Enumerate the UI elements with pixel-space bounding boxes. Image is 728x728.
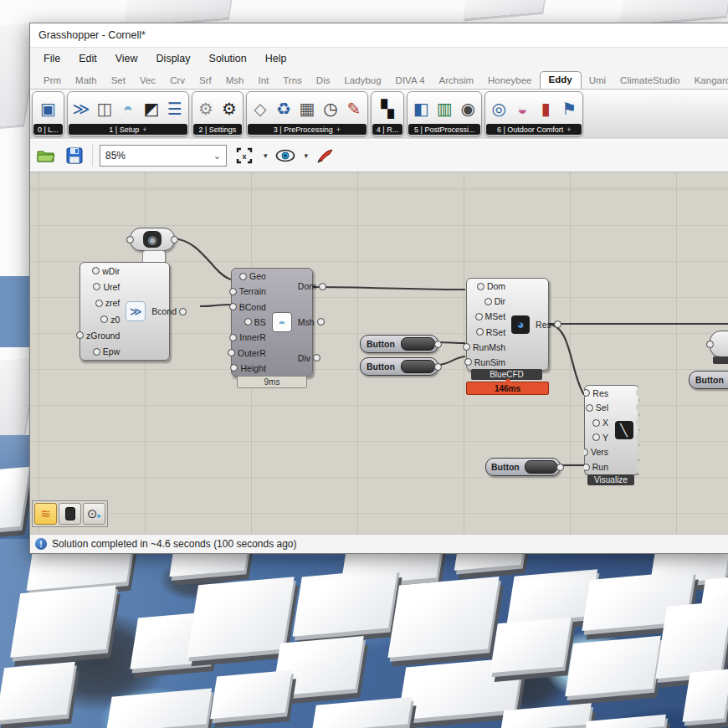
gear-dark-icon[interactable]: ⚙ bbox=[218, 97, 240, 120]
input-port[interactable] bbox=[100, 315, 108, 323]
tab-set[interactable]: Set bbox=[105, 73, 132, 89]
input-port[interactable] bbox=[484, 298, 492, 305]
run-visualize-button[interactable]: Button bbox=[485, 458, 561, 476]
ribbon-group-label[interactable]: 3 | PreProcessing+ bbox=[248, 124, 367, 135]
geometry-pipeline-component[interactable]: ◉ bbox=[130, 228, 175, 251]
input-pin-runmsh[interactable]: RunMsh bbox=[467, 341, 511, 353]
output-port[interactable] bbox=[179, 308, 187, 315]
input-pin-outerr[interactable]: OuterR bbox=[232, 347, 272, 359]
ribbon-group-label[interactable]: 2 | Settings bbox=[193, 124, 242, 135]
ribbon-group-label[interactable]: 4 | R... bbox=[372, 124, 402, 135]
input-port[interactable] bbox=[239, 273, 247, 280]
sketch-pen-icon[interactable] bbox=[315, 145, 336, 167]
input-port[interactable] bbox=[592, 419, 600, 427]
mesh-component[interactable]: GeoTerrainBCondBSInnerROuterRHeight ◓ Do… bbox=[231, 268, 313, 377]
tab-climatestudio[interactable]: ClimateStudio bbox=[613, 73, 687, 89]
chevron-down-icon[interactable]: ▾ bbox=[305, 151, 309, 160]
input-pin-sel[interactable]: Sel bbox=[590, 402, 614, 413]
ribbon-group-label[interactable]: 1 | Setup+ bbox=[69, 124, 187, 135]
input-port[interactable] bbox=[230, 364, 238, 372]
output-port[interactable] bbox=[556, 464, 564, 471]
tab-int[interactable]: Int bbox=[251, 73, 275, 89]
door-probe-icon[interactable]: ◧ bbox=[410, 97, 432, 120]
output-pin[interactable]: Bcond bbox=[146, 305, 182, 317]
definition-canvas[interactable]: ◉ wDirUrefzrefz0zGroundEpw ≫ Bcond bbox=[30, 172, 728, 534]
ribbon-group-label[interactable]: 0 | L... bbox=[33, 124, 63, 135]
wind-profile-icon[interactable]: ≫ bbox=[70, 97, 92, 120]
comfort-flag-icon[interactable]: ⚑ bbox=[558, 97, 580, 120]
input-port[interactable] bbox=[477, 283, 484, 290]
input-pin-bs[interactable]: BS bbox=[249, 316, 272, 328]
input-port[interactable] bbox=[93, 348, 100, 356]
input-port[interactable] bbox=[229, 288, 237, 295]
output-port[interactable] bbox=[554, 320, 561, 328]
tab-archsim[interactable]: Archsim bbox=[433, 73, 481, 89]
preview-eye-icon[interactable]: ◉ bbox=[457, 97, 479, 120]
tab-vec[interactable]: Vec bbox=[133, 73, 162, 89]
input-pin-rset[interactable]: RSet bbox=[480, 326, 511, 338]
menu-item-help[interactable]: Help bbox=[257, 50, 295, 67]
title-bar[interactable]: Grasshopper - Cornell* bbox=[30, 23, 728, 48]
input-pin-dom[interactable]: Dom bbox=[481, 280, 511, 292]
brush-icon[interactable]: ✎ bbox=[343, 97, 365, 120]
input-port[interactable] bbox=[582, 464, 590, 471]
input-pin-zref[interactable]: zref bbox=[100, 297, 126, 309]
input-pin-geo[interactable]: Geo bbox=[244, 270, 272, 282]
input-port[interactable] bbox=[93, 283, 100, 290]
input-pin-zground[interactable]: zGround bbox=[80, 330, 126, 341]
menu-item-edit[interactable]: Edit bbox=[70, 50, 105, 67]
tab-msh[interactable]: Msh bbox=[219, 73, 251, 89]
run-mesh-button[interactable]: Button bbox=[360, 335, 438, 353]
button-well[interactable] bbox=[401, 337, 435, 351]
input-port[interactable] bbox=[92, 267, 100, 274]
menu-item-view[interactable]: View bbox=[107, 50, 146, 67]
color-bars-icon[interactable]: ▥ bbox=[433, 97, 455, 120]
input-pin-mset[interactable]: MSet bbox=[479, 310, 512, 322]
input-pin-y[interactable]: Y bbox=[597, 432, 614, 443]
input-pin-innerr[interactable]: InnerR bbox=[233, 331, 272, 343]
tab-trns[interactable]: Trns bbox=[276, 73, 309, 89]
input-port[interactable] bbox=[76, 331, 84, 339]
visualize-component[interactable]: ResSelXYVersRun ╲ bbox=[584, 385, 639, 475]
bcond-component[interactable]: wDirUrefzrefz0zGroundEpw ≫ Bcond bbox=[79, 262, 170, 361]
sketch-squiggle-icon[interactable]: ≋ bbox=[34, 503, 57, 525]
hide-preview-icon[interactable] bbox=[59, 503, 81, 525]
input-pin-res[interactable]: Res bbox=[587, 387, 614, 399]
input-pin-bcond[interactable]: BCond bbox=[233, 301, 272, 313]
thermometer-icon[interactable]: ▮ bbox=[535, 97, 556, 120]
domain-box-icon[interactable]: ◫ bbox=[94, 97, 115, 120]
group-expander-icon[interactable]: + bbox=[567, 126, 571, 134]
output-port[interactable] bbox=[313, 354, 320, 361]
settings-list-icon[interactable]: ☰ bbox=[164, 97, 186, 120]
input-port[interactable] bbox=[463, 343, 470, 351]
tab-prm[interactable]: Prm bbox=[37, 73, 68, 89]
tab-dis[interactable]: Dis bbox=[310, 73, 337, 89]
ribbon-group-label[interactable]: 5 | PostProcessi... bbox=[408, 124, 480, 135]
input-pin-wdir[interactable]: wDir bbox=[96, 265, 126, 277]
output-port[interactable] bbox=[317, 318, 325, 326]
output-port[interactable] bbox=[319, 283, 326, 290]
ribbon-group-label[interactable]: 6 | Outdoor Comfort+ bbox=[486, 124, 582, 135]
save-icon[interactable] bbox=[64, 145, 85, 167]
license-panel-icon[interactable]: ▣ bbox=[37, 97, 59, 120]
input-port[interactable] bbox=[464, 358, 472, 366]
input-port[interactable] bbox=[476, 328, 484, 336]
menu-item-display[interactable]: Display bbox=[148, 50, 199, 67]
input-pin-vers[interactable]: Vers bbox=[585, 446, 614, 458]
output-pin-dom[interactable]: Dom bbox=[292, 280, 322, 292]
pour-icon[interactable]: ◒ bbox=[511, 97, 533, 120]
run-sim-button[interactable]: Button bbox=[360, 357, 438, 376]
input-port[interactable] bbox=[229, 334, 237, 341]
input-pin-run[interactable]: Run bbox=[587, 461, 614, 473]
output-port[interactable] bbox=[171, 236, 178, 244]
zoom-level-combobox[interactable]: 85% ⌄ bbox=[100, 145, 227, 167]
zoom-extents-icon[interactable]: x bbox=[233, 145, 255, 167]
geometry-box-icon[interactable]: ◇ bbox=[249, 97, 271, 120]
tab-ladybug[interactable]: Ladybug bbox=[337, 73, 387, 89]
input-port[interactable] bbox=[586, 404, 593, 412]
tab-eddy[interactable]: Eddy bbox=[540, 71, 582, 90]
group-expander-icon[interactable]: + bbox=[336, 126, 341, 134]
clock-icon[interactable]: ◷ bbox=[320, 97, 341, 120]
output-pin[interactable]: Res bbox=[530, 319, 557, 331]
input-port[interactable] bbox=[244, 318, 252, 326]
